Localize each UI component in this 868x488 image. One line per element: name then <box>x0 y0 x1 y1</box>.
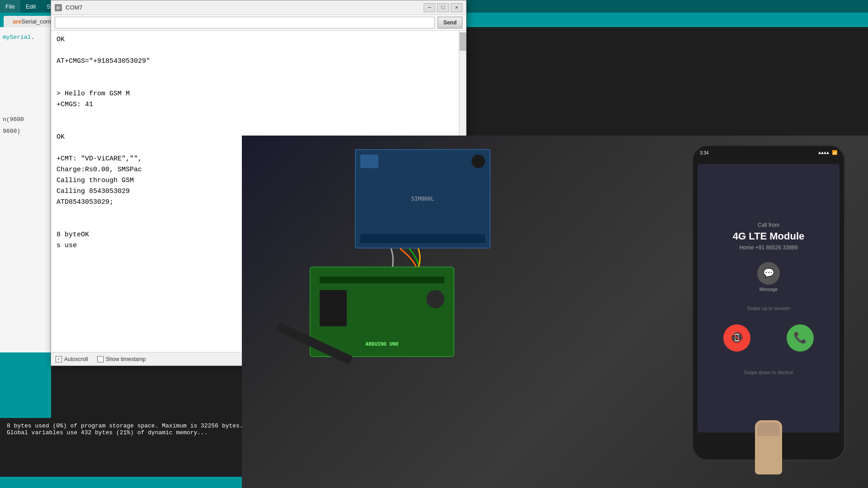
phone-container: 3:34 ▲▲▲▲ 📶 Call from 4G LTE Module Home… <box>692 145 845 461</box>
svg-rect-2 <box>57 8 59 8</box>
swipe-up-text: Swipe up to answer <box>747 305 790 311</box>
com7-title-bar: COM7 — □ ✕ <box>51 0 466 15</box>
phone-caller-name: 4G LTE Module <box>733 230 804 242</box>
arduino-uno-board <box>310 267 454 357</box>
phone-screen: Call from 4G LTE Module Home +91 86526 3… <box>698 164 840 432</box>
com7-window-icon <box>55 4 62 11</box>
hardware-photo: 3:34 ▲▲▲▲ 📶 Call from 4G LTE Module Home… <box>242 136 868 488</box>
hand-finger-area <box>746 420 791 488</box>
phone-call-from-label: Call from <box>733 222 804 228</box>
timestamp-group: Show timestamp <box>97 356 146 362</box>
phone-answer-button[interactable]: 📞 <box>787 324 814 352</box>
phone-call-ui: Call from 4G LTE Module Home +91 86526 3… <box>733 222 804 251</box>
code-line-empty5 <box>3 90 48 102</box>
phone-answer-decline-buttons: 📵 📞 <box>723 320 814 356</box>
tab-label-2: Se <box>22 18 29 25</box>
autoscroll-label: Autoscroll <box>64 356 88 362</box>
edit-menu[interactable]: Edit <box>20 0 41 13</box>
code-line-empty1 <box>3 43 48 55</box>
phone-signal-icons: ▲▲▲▲ 📶 <box>818 150 837 155</box>
message-option: 💬 Message <box>757 262 780 292</box>
message-label: Message <box>757 287 780 292</box>
com7-title-left: COM7 <box>55 4 83 11</box>
com7-window-controls: — □ ✕ <box>424 3 462 12</box>
timestamp-checkbox[interactable] <box>97 356 104 362</box>
finger-shape <box>755 420 782 474</box>
code-line-empty2 <box>3 55 48 67</box>
arduino-code-left: mySerial. n(9600 9600) <box>0 27 51 352</box>
timestamp-label: Show timestamp <box>106 356 146 362</box>
tab-label: are <box>13 18 22 25</box>
com7-send-button[interactable]: Send <box>438 17 462 28</box>
code-line-empty4 <box>3 79 48 90</box>
code-line-n9600: n(9600 <box>3 114 48 126</box>
phone-caller-number: Home +91 86526 33989 <box>733 244 804 251</box>
message-icon: 💬 <box>757 262 780 285</box>
svg-rect-1 <box>57 7 60 7</box>
photo-background: 3:34 ▲▲▲▲ 📶 Call from 4G LTE Module Home… <box>242 136 868 488</box>
code-line-9600: 9600) <box>3 126 48 137</box>
code-line-myserial: mySerial. <box>3 32 48 43</box>
code-line-empty6 <box>3 102 48 114</box>
swipe-down-text: Swipe down to decline <box>744 370 793 375</box>
com7-serial-input[interactable] <box>55 17 435 28</box>
phone-time: 3:34 <box>700 150 708 155</box>
phone-decline-button[interactable]: 📵 <box>723 324 750 352</box>
file-menu[interactable]: File <box>0 0 20 13</box>
gsm-module-board <box>355 149 491 249</box>
close-button[interactable]: ✕ <box>451 3 462 12</box>
autoscroll-checkbox[interactable] <box>56 356 62 362</box>
fingernail <box>757 422 780 436</box>
phone-status-bar: 3:34 ▲▲▲▲ 📶 <box>693 148 844 157</box>
code-line-empty3 <box>3 67 48 79</box>
svg-rect-3 <box>57 9 60 9</box>
phone-action-buttons: 💬 Message <box>757 262 780 292</box>
autoscroll-group: Autoscroll <box>56 356 88 362</box>
com7-input-bar: Send <box>51 15 466 31</box>
minimize-button[interactable]: — <box>424 3 435 12</box>
hardware-container <box>310 149 536 366</box>
maximize-button[interactable]: □ <box>437 3 449 12</box>
com7-title-text: COM7 <box>66 4 83 11</box>
phone-body: 3:34 ▲▲▲▲ 📶 Call from 4G LTE Module Home… <box>692 145 845 461</box>
